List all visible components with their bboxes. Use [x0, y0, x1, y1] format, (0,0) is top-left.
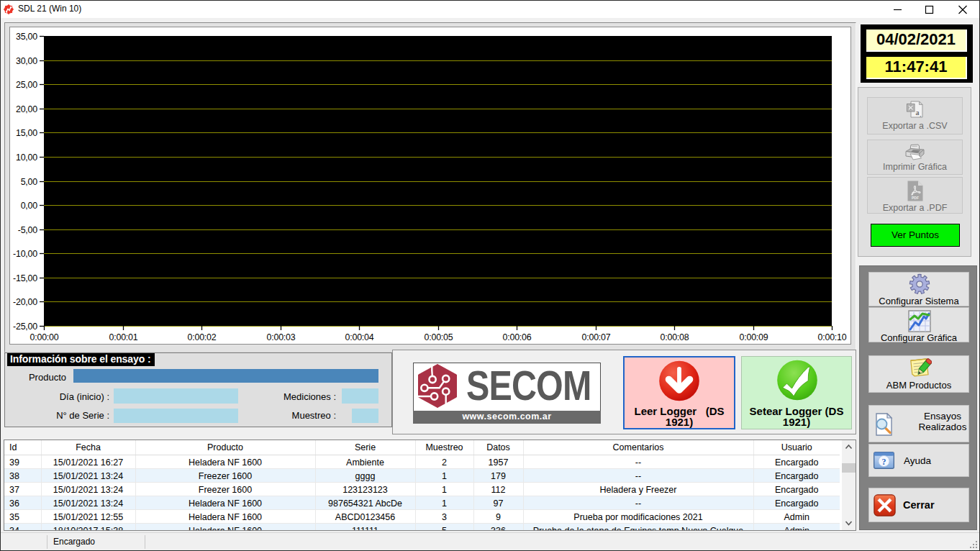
svg-text:0:00:05: 0:00:05	[425, 332, 453, 342]
svg-text:0:00:10: 0:00:10	[818, 332, 847, 342]
svg-text:0:00:09: 0:00:09	[740, 332, 768, 342]
svg-text:0:00:03: 0:00:03	[267, 332, 296, 342]
svg-text:20,00: 20,00	[16, 104, 37, 114]
svg-text:?: ?	[882, 457, 886, 467]
svg-text:0:00:07: 0:00:07	[582, 332, 611, 342]
svg-text:0:00:00: 0:00:00	[30, 332, 59, 342]
svg-text:-5,00: -5,00	[18, 225, 38, 235]
svg-text:35,00: 35,00	[16, 32, 37, 42]
svg-text:a: a	[915, 109, 919, 117]
svg-text:-20,00: -20,00	[13, 297, 37, 307]
svg-text:10,00: 10,00	[16, 152, 37, 163]
svg-text:0,00: 0,00	[21, 201, 38, 211]
svg-text:PDF: PDF	[912, 196, 919, 200]
svg-text:-10,00: -10,00	[13, 249, 37, 259]
svg-text:-15,00: -15,00	[13, 273, 37, 283]
svg-text:0:00:04: 0:00:04	[345, 332, 374, 342]
svg-text:0:00:02: 0:00:02	[188, 332, 217, 342]
svg-text:5,00: 5,00	[21, 177, 38, 187]
svg-text:25,00: 25,00	[16, 80, 37, 90]
svg-text:0:00:01: 0:00:01	[109, 332, 138, 342]
svg-text:,: ,	[920, 112, 921, 118]
svg-text:-25,00: -25,00	[13, 322, 37, 332]
svg-text:0:00:08: 0:00:08	[661, 332, 689, 342]
svg-text:30,00: 30,00	[16, 56, 37, 66]
svg-text:15,00: 15,00	[16, 128, 37, 138]
svg-text:0:00:06: 0:00:06	[503, 332, 532, 342]
